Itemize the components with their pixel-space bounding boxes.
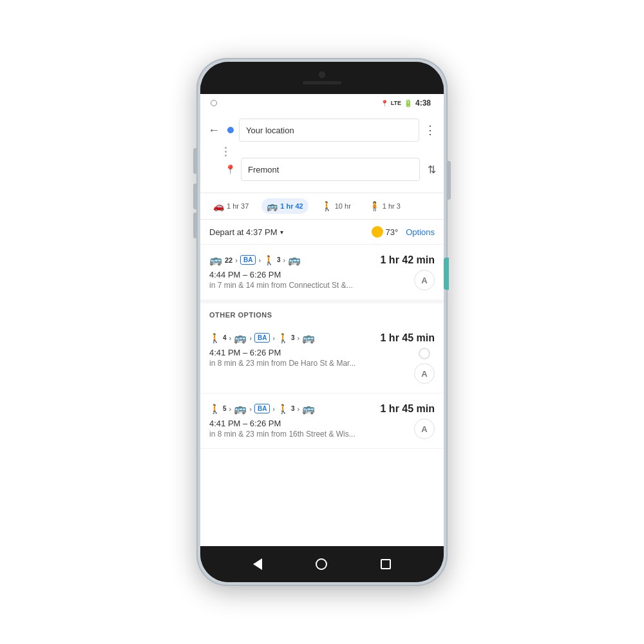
transport-tabs: 🚗 1 hr 37 🚌 1 hr 42 🚶 10 hr 🧍 1 hr 3 <box>200 193 444 220</box>
avatar: A <box>414 270 435 290</box>
routes-list: 🚌 22 › BA › 🚶 3 › 🚌 1 hr 42 min <box>200 245 444 546</box>
dot-connector <box>225 147 227 156</box>
primary-duration: 1 hr 42 min <box>381 254 435 266</box>
route-bottom: 4:44 PM – 6:26 PM in 7 min & 14 min from… <box>209 270 435 290</box>
connector-row <box>225 147 436 156</box>
swap-button[interactable]: ⇅ <box>428 164 436 176</box>
other-options-label: OTHER OPTIONS <box>200 303 444 323</box>
arrow-icon: › <box>229 334 232 342</box>
walk-icon: 🚶 <box>209 404 220 414</box>
primary-detail: in 7 min & 14 min from Connecticut St &.… <box>209 281 414 290</box>
destination-input[interactable] <box>241 158 420 181</box>
nav-bar <box>200 546 444 582</box>
other-route-2-time: 4:41 PM – 6:26 PM <box>209 419 414 428</box>
speaker <box>303 81 341 84</box>
bus-icon: 🚌 <box>234 402 247 415</box>
avatar: A <box>414 419 435 439</box>
ride-duration: 1 hr 3 <box>383 202 401 210</box>
bart-badge: BA <box>240 255 256 265</box>
walk-icon: 🚶 <box>321 201 332 211</box>
destination-pin: 📍 <box>225 164 236 175</box>
bart-badge: BA <box>254 404 270 413</box>
other-route-2-duration: 1 hr 45 min <box>381 403 435 415</box>
blue-dot <box>227 127 234 133</box>
search-header: ← ⋮ 📍 <box>200 112 444 193</box>
other-options-section: OTHER OPTIONS 🚶 4 › 🚌 › BA › <box>200 303 444 449</box>
walk-num-3b: 3 <box>291 405 295 412</box>
walk-icon: 🚶 <box>209 333 220 343</box>
back-button[interactable]: ← <box>208 124 220 137</box>
bart-badge: BA <box>254 333 270 343</box>
transit-icon: 🚌 <box>267 201 278 211</box>
primary-time: 4:44 PM – 6:26 PM <box>209 270 414 279</box>
other-route-1-time: 4:41 PM – 6:26 PM <box>209 348 414 357</box>
arrow-icon: › <box>249 334 252 342</box>
bus2-icon: 🚌 <box>302 332 315 344</box>
sun-icon <box>372 226 383 238</box>
walk-num-3: 3 <box>277 256 281 263</box>
lte-indicator: LTE <box>391 100 401 106</box>
route-info: 4:41 PM – 6:26 PM in 8 min & 23 min from… <box>209 348 414 368</box>
status-left <box>211 100 217 106</box>
phone-device: 📍 LTE 🔋 4:38 ← ⋮ <box>196 58 448 586</box>
battery-icon: 🔋 <box>404 99 413 108</box>
options-button[interactable]: Options <box>406 227 435 237</box>
route-top: 🚶 4 › 🚌 › BA › 🚶 3 › 🚌 <box>209 332 435 344</box>
origin-row: ← ⋮ <box>208 118 436 142</box>
status-indicator <box>211 100 217 106</box>
recents-nav-button[interactable] <box>381 559 391 569</box>
arrow-icon: › <box>249 405 252 413</box>
primary-route[interactable]: 🚌 22 › BA › 🚶 3 › 🚌 1 hr 42 min <box>200 245 444 303</box>
back-nav-button[interactable] <box>253 558 262 570</box>
walk-duration: 10 hr <box>335 202 351 210</box>
arrow-icon: › <box>298 405 300 413</box>
other-route-1-duration: 1 hr 45 min <box>381 332 435 344</box>
tab-transit[interactable]: 🚌 1 hr 42 <box>261 198 308 214</box>
temperature: 73° <box>386 227 399 237</box>
bus-icon: 🚌 <box>209 254 222 266</box>
tab-ride[interactable]: 🧍 1 hr 3 <box>364 198 406 214</box>
other-route-1[interactable]: 🚶 4 › 🚌 › BA › 🚶 3 › 🚌 <box>200 323 444 393</box>
other-route-1-detail: in 8 min & 23 min from De Haro St & Mar.… <box>209 359 414 368</box>
depart-time[interactable]: Depart at 4:37 PM ▾ <box>209 227 283 237</box>
arrow-icon: › <box>235 256 238 264</box>
more-button[interactable]: ⋮ <box>424 123 436 137</box>
top-bezel <box>200 62 444 94</box>
tab-walk[interactable]: 🚶 10 hr <box>316 198 356 214</box>
origin-dot <box>227 127 234 133</box>
arrow-icon: › <box>283 256 286 264</box>
route-top: 🚶 5 › 🚌 › BA › 🚶 3 › 🚌 <box>209 402 435 415</box>
app-screen: ← ⋮ 📍 <box>200 112 444 546</box>
walk-num-4: 4 <box>223 334 227 341</box>
tab-car[interactable]: 🚗 1 hr 37 <box>208 198 254 214</box>
origin-input[interactable] <box>239 118 419 142</box>
avatar: A <box>414 363 435 384</box>
route-info: 4:44 PM – 6:26 PM in 7 min & 14 min from… <box>209 270 414 290</box>
walk-num-5: 5 <box>223 405 227 412</box>
bus2-icon: 🚌 <box>302 402 315 415</box>
home-nav-button[interactable] <box>316 558 327 570</box>
arrow-icon: › <box>258 256 261 264</box>
walk-icon: 🚶 <box>278 333 289 343</box>
route-bottom: 4:41 PM – 6:26 PM in 8 min & 23 min from… <box>209 419 435 439</box>
loading-indicator <box>419 348 430 359</box>
options-bar: Depart at 4:37 PM ▾ 73° Options <box>200 220 444 245</box>
weather: 73° <box>372 226 399 238</box>
phone-screen: 📍 LTE 🔋 4:38 ← ⋮ <box>200 62 444 582</box>
status-right: 📍 LTE 🔋 4:38 <box>381 99 431 108</box>
walk-icon: 🚶 <box>278 404 289 414</box>
arrow-icon: › <box>298 334 300 342</box>
bus-icon: 🚌 <box>234 332 247 344</box>
status-bar: 📍 LTE 🔋 4:38 <box>200 94 444 112</box>
route-icons: 🚌 22 › BA › 🚶 3 › 🚌 <box>209 254 301 266</box>
route-icons: 🚶 5 › 🚌 › BA › 🚶 3 › 🚌 <box>209 402 315 415</box>
other-route-2[interactable]: 🚶 5 › 🚌 › BA › 🚶 3 › 🚌 <box>200 393 444 449</box>
route-num-22: 22 <box>225 256 232 264</box>
clock: 4:38 <box>415 99 431 108</box>
route-bottom: 4:41 PM – 6:26 PM in 8 min & 23 min from… <box>209 348 435 384</box>
walk-num-3: 3 <box>291 334 295 341</box>
other-route-2-detail: in 8 min & 23 min from 16th Street & Wis… <box>209 430 414 439</box>
depart-label: Depart at 4:37 PM <box>209 227 278 237</box>
walk-icon: 🚶 <box>263 255 274 265</box>
arrow-icon: › <box>272 334 275 342</box>
